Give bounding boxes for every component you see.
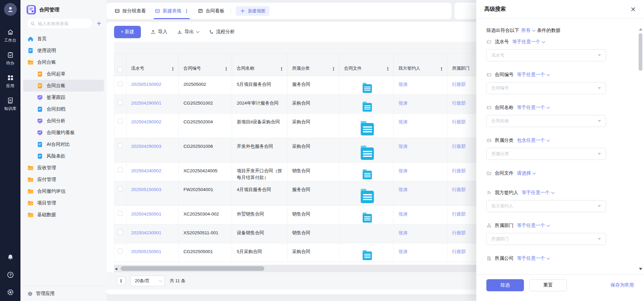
column-menu-icon[interactable]: ⋮ [439, 66, 444, 71]
condition-select[interactable]: 请选择 [517, 170, 535, 176]
filter-value-select[interactable]: 流水号 [486, 49, 606, 61]
department-link[interactable]: 行政部 [452, 101, 466, 106]
serial-link[interactable]: 202505150002 [131, 82, 161, 87]
contract-file-icon[interactable] [344, 81, 390, 95]
column-header-2[interactable]: 合同编号⋮ [178, 54, 232, 76]
signer-link[interactable]: 张涛 [398, 249, 408, 254]
row-checkbox[interactable] [118, 143, 123, 148]
signer-link[interactable]: 张涛 [398, 168, 408, 173]
manage-app-button[interactable]: 管理应用 [20, 286, 107, 301]
tab-menu-icon[interactable]: ⋮ [184, 8, 189, 14]
sidebar-item-payables[interactable]: 应付管理 [23, 174, 104, 185]
contract-file-icon[interactable] [344, 119, 390, 138]
serial-link[interactable]: 202504250001 [131, 212, 161, 217]
filter-value-select[interactable]: 合同编号 [486, 82, 606, 94]
column-header-6[interactable]: 我方签约人⋮ [393, 54, 447, 76]
rail-notifications-button[interactable] [6, 253, 14, 261]
process-analysis-button[interactable]: 流程分析 [208, 29, 235, 35]
contract-file-icon[interactable] [344, 143, 390, 162]
signer-link[interactable]: 张涛 [398, 144, 408, 149]
scroll-left-icon[interactable]: ◀ [115, 267, 117, 270]
page-size-select[interactable]: 20条/页 [130, 276, 165, 286]
serial-link[interactable]: 202504290003 [131, 144, 161, 149]
row-checkbox[interactable] [118, 100, 123, 105]
serial-link[interactable]: 202504240002 [131, 168, 161, 173]
rail-item-todo[interactable]: 待办 [6, 51, 14, 66]
serial-link[interactable]: 202504290001 [131, 101, 161, 106]
sidebar-item-usage-guide[interactable]: 使用说明 [23, 45, 104, 56]
sidebar-item-contract-ledger-folder[interactable]: 合同台账 [23, 56, 104, 68]
row-checkbox[interactable] [118, 230, 123, 235]
department-link[interactable]: 行政部 [452, 82, 466, 87]
row-height-button[interactable]: ↕ [117, 277, 125, 285]
scrollbar-thumb[interactable] [639, 33, 642, 71]
condition-select[interactable]: 等于任意一个 [517, 72, 549, 78]
scroll-up-icon[interactable] [639, 28, 642, 31]
tab-new-view[interactable]: 新建视图 [236, 6, 269, 16]
condition-select[interactable]: 等于任意一个 [517, 223, 549, 229]
serial-link[interactable]: 202505150003 [131, 187, 161, 192]
sidebar-item-home[interactable]: 首页 [23, 33, 104, 45]
row-checkbox[interactable] [118, 186, 123, 191]
sidebar-item-receivables[interactable]: 应收管理 [23, 162, 104, 174]
serial-link[interactable]: 202505150001 [131, 249, 161, 254]
sidebar-item-performance-evaluation[interactable]: 合同履约评估 [23, 185, 104, 197]
column-header-5[interactable]: 合同文件⋮ [339, 54, 393, 76]
scroll-down-icon[interactable] [639, 268, 642, 270]
condition-select[interactable]: 等于任意一个 [512, 39, 545, 45]
rail-item-apps[interactable]: 应用 [6, 74, 14, 89]
sidebar-item-performance-board[interactable]: 合同履约看板 [23, 127, 104, 138]
new-button[interactable]: + 新建 [114, 26, 141, 38]
column-menu-icon[interactable]: ⋮ [171, 66, 175, 71]
reset-button[interactable]: 重置 [529, 279, 567, 291]
department-link[interactable]: 行政部 [452, 187, 466, 192]
contract-file-icon[interactable] [344, 211, 390, 224]
row-checkbox[interactable] [118, 248, 123, 253]
department-link[interactable]: 行政部 [452, 230, 466, 235]
add-page-button[interactable]: + [95, 19, 103, 27]
avatar[interactable] [4, 3, 17, 16]
department-link[interactable]: 行政部 [452, 212, 466, 217]
sidebar-item-ai-contract-compare[interactable]: AI合同对比 [23, 138, 104, 150]
tab-new-table[interactable]: 新建表格⋮ [150, 3, 193, 19]
match-mode-select[interactable]: 所有 [521, 27, 535, 34]
panel-scrollbar[interactable] [639, 28, 643, 270]
row-checkbox[interactable] [118, 168, 123, 173]
column-menu-icon[interactable]: ⋮ [331, 66, 336, 71]
signer-link[interactable]: 张涛 [398, 187, 408, 192]
signer-link[interactable]: 张涛 [398, 230, 408, 235]
column-header-1[interactable]: 流水号⋮ [126, 54, 178, 76]
signer-link[interactable]: 张涛 [398, 212, 408, 217]
row-checkbox[interactable] [118, 119, 123, 124]
department-link[interactable]: 行政部 [452, 119, 466, 124]
serial-link[interactable]: 202504230001 [131, 230, 161, 235]
contract-file-icon[interactable] [344, 186, 390, 205]
scrollbar-thumb[interactable] [121, 266, 264, 271]
filter-button[interactable]: 筛选 [486, 279, 524, 291]
sidebar-item-risk-clauses[interactable]: 风险条款 [23, 150, 104, 162]
sidebar-search[interactable] [26, 18, 93, 29]
filter-value-select[interactable]: 合同名称 [486, 115, 606, 127]
department-link[interactable]: 行政部 [452, 249, 466, 254]
export-button[interactable]: 导出 [177, 29, 199, 35]
column-menu-icon[interactable]: ⋮ [279, 66, 284, 71]
rail-item-workbench[interactable]: 工作台 [4, 28, 16, 43]
department-link[interactable]: 行政部 [452, 144, 466, 149]
condition-select[interactable]: 等于任意一个 [517, 255, 549, 261]
rail-item-knowledge[interactable]: AI知识库 [4, 97, 16, 112]
contract-file-icon[interactable] [344, 100, 390, 113]
search-input[interactable] [37, 21, 89, 26]
contract-file-icon[interactable] [344, 248, 390, 262]
filter-value-select[interactable]: 所属分类 [486, 148, 606, 160]
row-checkbox[interactable] [118, 211, 123, 216]
save-as-common-link[interactable]: 保存为常用 [610, 282, 634, 288]
rail-help-button[interactable]: ? [6, 271, 14, 279]
select-all-checkbox[interactable] [118, 67, 123, 72]
sidebar-item-contract-ledger[interactable]: 合同台账 [23, 80, 104, 92]
import-button[interactable]: 导入 [150, 29, 167, 35]
contract-file-icon[interactable] [344, 168, 390, 181]
condition-select[interactable]: 包含任意一个 [517, 137, 549, 143]
sidebar-item-contract-analysis[interactable]: 合同分析 [23, 115, 104, 127]
close-icon[interactable]: ✕ [630, 6, 636, 13]
sidebar-item-project-management[interactable]: 项目管理 [23, 197, 104, 209]
